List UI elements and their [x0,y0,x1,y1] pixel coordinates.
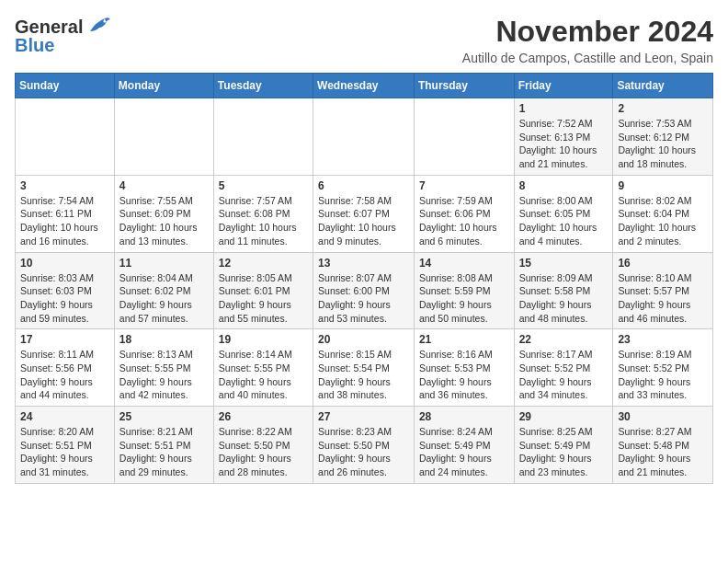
day-info: Sunrise: 7:57 AM Sunset: 6:08 PM Dayligh… [219,194,308,248]
day-info: Sunrise: 8:21 AM Sunset: 5:51 PM Dayligh… [119,425,209,479]
day-info: Sunrise: 8:24 AM Sunset: 5:49 PM Dayligh… [419,425,509,479]
day-number: 13 [318,257,409,270]
day-info: Sunrise: 8:23 AM Sunset: 5:50 PM Dayligh… [318,425,409,479]
calendar-cell: 9Sunrise: 8:02 AM Sunset: 6:04 PM Daylig… [613,175,713,252]
calendar-cell: 16Sunrise: 8:10 AM Sunset: 5:57 PM Dayli… [613,252,713,329]
calendar-cell: 10Sunrise: 8:03 AM Sunset: 6:03 PM Dayli… [16,252,115,329]
day-number: 12 [219,257,308,270]
day-number: 19 [219,333,308,346]
weekday-header-tuesday: Tuesday [213,74,313,98]
day-info: Sunrise: 7:53 AM Sunset: 6:12 PM Dayligh… [618,117,708,171]
day-number: 9 [618,179,708,192]
calendar-week-row: 24Sunrise: 8:20 AM Sunset: 5:51 PM Dayli… [16,407,713,484]
calendar-cell: 24Sunrise: 8:20 AM Sunset: 5:51 PM Dayli… [16,407,115,484]
weekday-header-monday: Monday [114,74,213,98]
day-number: 26 [219,410,308,423]
day-info: Sunrise: 8:03 AM Sunset: 6:03 PM Dayligh… [20,271,109,326]
day-info: Sunrise: 7:52 AM Sunset: 6:13 PM Dayligh… [519,117,609,171]
day-info: Sunrise: 8:25 AM Sunset: 5:49 PM Dayligh… [519,425,609,479]
day-info: Sunrise: 8:07 AM Sunset: 6:00 PM Dayligh… [318,271,409,326]
day-info: Sunrise: 8:27 AM Sunset: 5:48 PM Dayligh… [618,425,708,479]
calendar-cell: 8Sunrise: 8:00 AM Sunset: 6:05 PM Daylig… [514,175,613,252]
day-info: Sunrise: 8:20 AM Sunset: 5:51 PM Dayligh… [20,425,109,479]
day-number: 18 [119,333,209,346]
weekday-header-friday: Friday [514,74,613,98]
calendar-body: 1Sunrise: 7:52 AM Sunset: 6:13 PM Daylig… [16,98,713,484]
day-number: 25 [119,410,209,423]
day-number: 3 [20,179,109,192]
day-number: 7 [419,179,509,192]
day-number: 1 [519,102,609,115]
calendar-cell [213,98,313,176]
logo-general: General [15,17,83,37]
calendar-cell [313,98,415,176]
day-info: Sunrise: 8:11 AM Sunset: 5:56 PM Dayligh… [20,348,109,402]
calendar-header: SundayMondayTuesdayWednesdayThursdayFrid… [16,74,713,98]
month-title: November 2024 [462,15,713,49]
calendar-cell: 18Sunrise: 8:13 AM Sunset: 5:55 PM Dayli… [114,329,213,407]
day-info: Sunrise: 8:04 AM Sunset: 6:02 PM Dayligh… [119,271,209,326]
calendar-cell: 14Sunrise: 8:08 AM Sunset: 5:59 PM Dayli… [414,252,514,329]
calendar-cell: 7Sunrise: 7:59 AM Sunset: 6:06 PM Daylig… [414,175,514,252]
day-number: 10 [20,257,109,270]
day-info: Sunrise: 8:05 AM Sunset: 6:01 PM Dayligh… [219,271,308,326]
day-number: 2 [618,102,708,115]
header: General Blue November 2024 Autillo de Ca… [15,15,713,65]
location-subtitle: Autillo de Campos, Castille and Leon, Sp… [462,51,713,65]
day-info: Sunrise: 8:00 AM Sunset: 6:05 PM Dayligh… [519,194,609,248]
calendar-cell: 5Sunrise: 7:57 AM Sunset: 6:08 PM Daylig… [213,175,313,252]
logo: General Blue [15,15,112,56]
day-info: Sunrise: 7:58 AM Sunset: 6:07 PM Dayligh… [318,194,409,248]
day-info: Sunrise: 7:54 AM Sunset: 6:11 PM Dayligh… [20,194,109,248]
calendar-table: SundayMondayTuesdayWednesdayThursdayFrid… [15,73,713,484]
calendar-cell [414,98,514,176]
day-info: Sunrise: 8:14 AM Sunset: 5:55 PM Dayligh… [219,348,308,402]
calendar-cell: 20Sunrise: 8:15 AM Sunset: 5:54 PM Dayli… [313,329,415,407]
logo-blue: Blue [15,35,54,56]
day-info: Sunrise: 8:16 AM Sunset: 5:53 PM Dayligh… [419,348,509,402]
calendar-cell [16,98,115,176]
day-number: 29 [519,410,609,423]
day-number: 11 [119,257,209,270]
calendar-cell: 3Sunrise: 7:54 AM Sunset: 6:11 PM Daylig… [16,175,115,252]
day-info: Sunrise: 7:59 AM Sunset: 6:06 PM Dayligh… [419,194,509,248]
calendar-cell: 11Sunrise: 8:04 AM Sunset: 6:02 PM Dayli… [114,252,213,329]
day-number: 8 [519,179,609,192]
day-info: Sunrise: 7:55 AM Sunset: 6:09 PM Dayligh… [119,194,209,248]
calendar-cell: 26Sunrise: 8:22 AM Sunset: 5:50 PM Dayli… [213,407,313,484]
day-info: Sunrise: 8:19 AM Sunset: 5:52 PM Dayligh… [618,348,708,402]
calendar-cell: 19Sunrise: 8:14 AM Sunset: 5:55 PM Dayli… [213,329,313,407]
day-info: Sunrise: 8:10 AM Sunset: 5:57 PM Dayligh… [618,271,708,326]
calendar-cell: 17Sunrise: 8:11 AM Sunset: 5:56 PM Dayli… [16,329,115,407]
day-number: 15 [519,257,609,270]
calendar-week-row: 10Sunrise: 8:03 AM Sunset: 6:03 PM Dayli… [16,252,713,329]
calendar-cell: 4Sunrise: 7:55 AM Sunset: 6:09 PM Daylig… [114,175,213,252]
day-info: Sunrise: 8:17 AM Sunset: 5:52 PM Dayligh… [519,348,609,402]
calendar-cell: 13Sunrise: 8:07 AM Sunset: 6:00 PM Dayli… [313,252,415,329]
calendar-cell: 23Sunrise: 8:19 AM Sunset: 5:52 PM Dayli… [613,329,713,407]
weekday-header-saturday: Saturday [613,74,713,98]
calendar-cell: 30Sunrise: 8:27 AM Sunset: 5:48 PM Dayli… [613,407,713,484]
day-number: 30 [618,410,708,423]
calendar-cell: 15Sunrise: 8:09 AM Sunset: 5:58 PM Dayli… [514,252,613,329]
day-number: 23 [618,333,708,346]
weekday-header-row: SundayMondayTuesdayWednesdayThursdayFrid… [16,74,713,98]
calendar-cell: 28Sunrise: 8:24 AM Sunset: 5:49 PM Dayli… [414,407,514,484]
day-info: Sunrise: 8:09 AM Sunset: 5:58 PM Dayligh… [519,271,609,326]
day-info: Sunrise: 8:22 AM Sunset: 5:50 PM Dayligh… [219,425,308,479]
day-number: 14 [419,257,509,270]
calendar-cell: 12Sunrise: 8:05 AM Sunset: 6:01 PM Dayli… [213,252,313,329]
calendar-week-row: 3Sunrise: 7:54 AM Sunset: 6:11 PM Daylig… [16,175,713,252]
day-number: 6 [318,179,409,192]
day-number: 22 [519,333,609,346]
calendar-cell: 1Sunrise: 7:52 AM Sunset: 6:13 PM Daylig… [514,98,613,176]
calendar-cell: 2Sunrise: 7:53 AM Sunset: 6:12 PM Daylig… [613,98,713,176]
title-section: November 2024 Autillo de Campos, Castill… [462,15,713,65]
day-info: Sunrise: 8:08 AM Sunset: 5:59 PM Dayligh… [419,271,509,326]
day-number: 20 [318,333,409,346]
weekday-header-sunday: Sunday [16,74,115,98]
calendar-cell: 21Sunrise: 8:16 AM Sunset: 5:53 PM Dayli… [414,329,514,407]
calendar-week-row: 17Sunrise: 8:11 AM Sunset: 5:56 PM Dayli… [16,329,713,407]
logo-bird-icon [86,15,112,35]
day-info: Sunrise: 8:02 AM Sunset: 6:04 PM Dayligh… [618,194,708,248]
